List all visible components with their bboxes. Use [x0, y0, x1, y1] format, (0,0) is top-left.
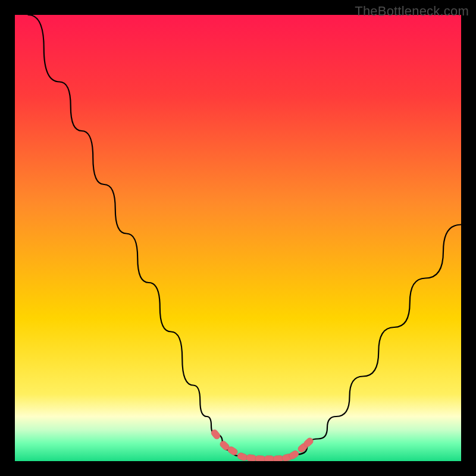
- plot-area: [15, 15, 461, 461]
- marker-point: [264, 456, 274, 461]
- chart-svg: [15, 15, 461, 461]
- outer-frame: TheBottleneck.com: [0, 0, 476, 476]
- watermark-text: TheBottleneck.com: [355, 4, 469, 19]
- gradient-background: [15, 15, 461, 461]
- marker-point: [255, 455, 266, 461]
